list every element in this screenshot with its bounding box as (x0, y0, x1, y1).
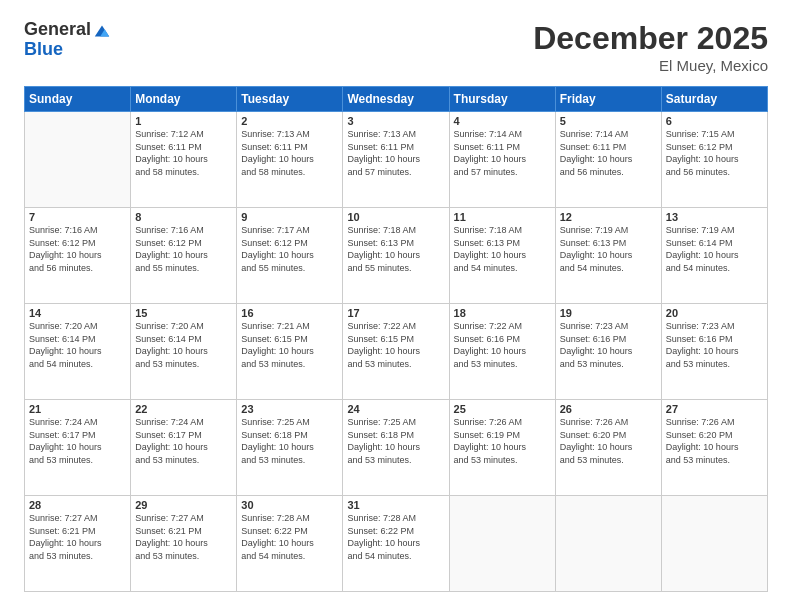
calendar-cell (555, 496, 661, 592)
calendar-table: SundayMondayTuesdayWednesdayThursdayFrid… (24, 86, 768, 592)
day-info: Sunrise: 7:14 AM Sunset: 6:11 PM Dayligh… (454, 128, 551, 178)
week-row-3: 14Sunrise: 7:20 AM Sunset: 6:14 PM Dayli… (25, 304, 768, 400)
day-info: Sunrise: 7:15 AM Sunset: 6:12 PM Dayligh… (666, 128, 763, 178)
day-number: 30 (241, 499, 338, 511)
day-info: Sunrise: 7:18 AM Sunset: 6:13 PM Dayligh… (454, 224, 551, 274)
day-number: 12 (560, 211, 657, 223)
day-number: 7 (29, 211, 126, 223)
header: General Blue December 2025 El Muey, Mexi… (24, 20, 768, 74)
day-info: Sunrise: 7:21 AM Sunset: 6:15 PM Dayligh… (241, 320, 338, 370)
calendar-cell: 16Sunrise: 7:21 AM Sunset: 6:15 PM Dayli… (237, 304, 343, 400)
day-info: Sunrise: 7:26 AM Sunset: 6:19 PM Dayligh… (454, 416, 551, 466)
weekday-header-sunday: Sunday (25, 87, 131, 112)
day-number: 13 (666, 211, 763, 223)
calendar-cell: 11Sunrise: 7:18 AM Sunset: 6:13 PM Dayli… (449, 208, 555, 304)
calendar-cell: 31Sunrise: 7:28 AM Sunset: 6:22 PM Dayli… (343, 496, 449, 592)
week-row-2: 7Sunrise: 7:16 AM Sunset: 6:12 PM Daylig… (25, 208, 768, 304)
week-row-4: 21Sunrise: 7:24 AM Sunset: 6:17 PM Dayli… (25, 400, 768, 496)
calendar-cell: 28Sunrise: 7:27 AM Sunset: 6:21 PM Dayli… (25, 496, 131, 592)
day-number: 25 (454, 403, 551, 415)
calendar-cell (661, 496, 767, 592)
calendar-cell: 20Sunrise: 7:23 AM Sunset: 6:16 PM Dayli… (661, 304, 767, 400)
calendar-cell: 24Sunrise: 7:25 AM Sunset: 6:18 PM Dayli… (343, 400, 449, 496)
day-number: 29 (135, 499, 232, 511)
calendar-cell: 4Sunrise: 7:14 AM Sunset: 6:11 PM Daylig… (449, 112, 555, 208)
day-number: 26 (560, 403, 657, 415)
day-info: Sunrise: 7:27 AM Sunset: 6:21 PM Dayligh… (29, 512, 126, 562)
calendar-cell: 8Sunrise: 7:16 AM Sunset: 6:12 PM Daylig… (131, 208, 237, 304)
calendar-cell (25, 112, 131, 208)
calendar-cell: 22Sunrise: 7:24 AM Sunset: 6:17 PM Dayli… (131, 400, 237, 496)
day-info: Sunrise: 7:26 AM Sunset: 6:20 PM Dayligh… (560, 416, 657, 466)
logo: General Blue (24, 20, 111, 60)
day-number: 1 (135, 115, 232, 127)
day-number: 6 (666, 115, 763, 127)
day-number: 14 (29, 307, 126, 319)
calendar-cell: 15Sunrise: 7:20 AM Sunset: 6:14 PM Dayli… (131, 304, 237, 400)
weekday-header-saturday: Saturday (661, 87, 767, 112)
day-info: Sunrise: 7:12 AM Sunset: 6:11 PM Dayligh… (135, 128, 232, 178)
day-number: 23 (241, 403, 338, 415)
day-number: 28 (29, 499, 126, 511)
calendar-cell: 17Sunrise: 7:22 AM Sunset: 6:15 PM Dayli… (343, 304, 449, 400)
weekday-header-friday: Friday (555, 87, 661, 112)
day-number: 18 (454, 307, 551, 319)
day-info: Sunrise: 7:22 AM Sunset: 6:16 PM Dayligh… (454, 320, 551, 370)
day-info: Sunrise: 7:13 AM Sunset: 6:11 PM Dayligh… (241, 128, 338, 178)
calendar-cell (449, 496, 555, 592)
day-number: 3 (347, 115, 444, 127)
day-info: Sunrise: 7:16 AM Sunset: 6:12 PM Dayligh… (135, 224, 232, 274)
day-number: 5 (560, 115, 657, 127)
day-info: Sunrise: 7:23 AM Sunset: 6:16 PM Dayligh… (666, 320, 763, 370)
day-info: Sunrise: 7:24 AM Sunset: 6:17 PM Dayligh… (135, 416, 232, 466)
calendar-cell: 1Sunrise: 7:12 AM Sunset: 6:11 PM Daylig… (131, 112, 237, 208)
day-info: Sunrise: 7:25 AM Sunset: 6:18 PM Dayligh… (241, 416, 338, 466)
day-info: Sunrise: 7:13 AM Sunset: 6:11 PM Dayligh… (347, 128, 444, 178)
day-info: Sunrise: 7:27 AM Sunset: 6:21 PM Dayligh… (135, 512, 232, 562)
calendar-cell: 6Sunrise: 7:15 AM Sunset: 6:12 PM Daylig… (661, 112, 767, 208)
weekday-header-thursday: Thursday (449, 87, 555, 112)
calendar-cell: 9Sunrise: 7:17 AM Sunset: 6:12 PM Daylig… (237, 208, 343, 304)
calendar-cell: 3Sunrise: 7:13 AM Sunset: 6:11 PM Daylig… (343, 112, 449, 208)
calendar-cell: 13Sunrise: 7:19 AM Sunset: 6:14 PM Dayli… (661, 208, 767, 304)
calendar-cell: 26Sunrise: 7:26 AM Sunset: 6:20 PM Dayli… (555, 400, 661, 496)
calendar-cell: 25Sunrise: 7:26 AM Sunset: 6:19 PM Dayli… (449, 400, 555, 496)
week-row-1: 1Sunrise: 7:12 AM Sunset: 6:11 PM Daylig… (25, 112, 768, 208)
calendar-cell: 30Sunrise: 7:28 AM Sunset: 6:22 PM Dayli… (237, 496, 343, 592)
logo-blue: Blue (24, 40, 111, 60)
logo-general: General (24, 20, 91, 40)
logo-text: General Blue (24, 20, 111, 60)
week-row-5: 28Sunrise: 7:27 AM Sunset: 6:21 PM Dayli… (25, 496, 768, 592)
day-number: 10 (347, 211, 444, 223)
day-info: Sunrise: 7:28 AM Sunset: 6:22 PM Dayligh… (241, 512, 338, 562)
calendar-cell: 10Sunrise: 7:18 AM Sunset: 6:13 PM Dayli… (343, 208, 449, 304)
day-info: Sunrise: 7:16 AM Sunset: 6:12 PM Dayligh… (29, 224, 126, 274)
calendar-cell: 23Sunrise: 7:25 AM Sunset: 6:18 PM Dayli… (237, 400, 343, 496)
calendar-cell: 29Sunrise: 7:27 AM Sunset: 6:21 PM Dayli… (131, 496, 237, 592)
day-number: 11 (454, 211, 551, 223)
day-number: 17 (347, 307, 444, 319)
weekday-header-wednesday: Wednesday (343, 87, 449, 112)
day-info: Sunrise: 7:20 AM Sunset: 6:14 PM Dayligh… (29, 320, 126, 370)
location: El Muey, Mexico (533, 57, 768, 74)
day-info: Sunrise: 7:24 AM Sunset: 6:17 PM Dayligh… (29, 416, 126, 466)
day-info: Sunrise: 7:18 AM Sunset: 6:13 PM Dayligh… (347, 224, 444, 274)
calendar-cell: 7Sunrise: 7:16 AM Sunset: 6:12 PM Daylig… (25, 208, 131, 304)
day-number: 20 (666, 307, 763, 319)
day-info: Sunrise: 7:25 AM Sunset: 6:18 PM Dayligh… (347, 416, 444, 466)
day-number: 2 (241, 115, 338, 127)
weekday-header-monday: Monday (131, 87, 237, 112)
calendar-cell: 27Sunrise: 7:26 AM Sunset: 6:20 PM Dayli… (661, 400, 767, 496)
day-info: Sunrise: 7:28 AM Sunset: 6:22 PM Dayligh… (347, 512, 444, 562)
day-info: Sunrise: 7:26 AM Sunset: 6:20 PM Dayligh… (666, 416, 763, 466)
day-number: 31 (347, 499, 444, 511)
day-number: 19 (560, 307, 657, 319)
day-info: Sunrise: 7:19 AM Sunset: 6:13 PM Dayligh… (560, 224, 657, 274)
day-info: Sunrise: 7:22 AM Sunset: 6:15 PM Dayligh… (347, 320, 444, 370)
title-block: December 2025 El Muey, Mexico (533, 20, 768, 74)
day-number: 15 (135, 307, 232, 319)
calendar-cell: 12Sunrise: 7:19 AM Sunset: 6:13 PM Dayli… (555, 208, 661, 304)
month-title: December 2025 (533, 20, 768, 57)
day-info: Sunrise: 7:19 AM Sunset: 6:14 PM Dayligh… (666, 224, 763, 274)
day-number: 16 (241, 307, 338, 319)
